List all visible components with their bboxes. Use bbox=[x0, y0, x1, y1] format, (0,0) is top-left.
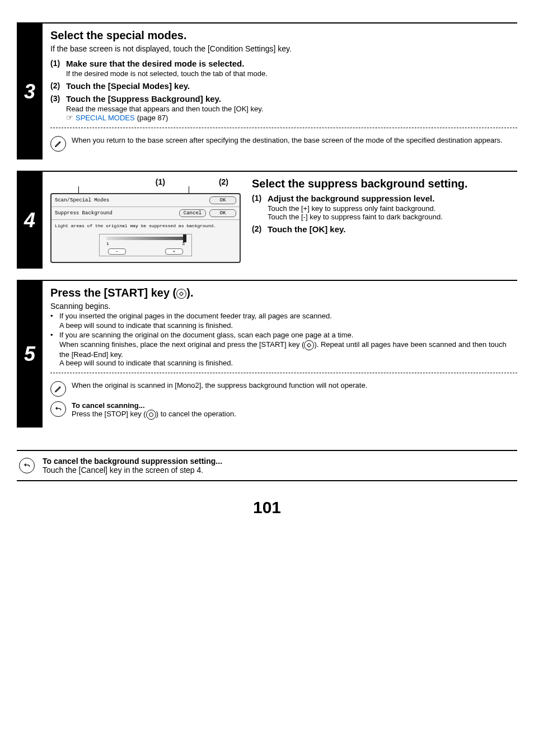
step-4-content: (1) (2) Scan/Special Modes OK Suppress B… bbox=[43, 172, 517, 269]
xref-page: (page 87) bbox=[137, 114, 168, 122]
slider-track[interactable] bbox=[106, 237, 185, 240]
bullet-dot: • bbox=[50, 312, 56, 320]
cancel-body-pre: Press the [STOP] key ( bbox=[72, 410, 146, 418]
panel-ok-1[interactable]: OK bbox=[209, 196, 236, 204]
return-icon bbox=[19, 458, 35, 473]
slider-box: 1 3 − + bbox=[99, 234, 192, 256]
step-5: 5 Press the [START] key (). Scanning beg… bbox=[17, 280, 517, 428]
bullet-1: • If you inserted the original pages in … bbox=[50, 312, 517, 320]
marker-1: (1) bbox=[156, 177, 165, 186]
note-icon bbox=[50, 136, 66, 152]
panel-message: Light areas of the original may be suppr… bbox=[55, 223, 236, 228]
page-number: 101 bbox=[17, 498, 517, 517]
footer-text: To cancel the background suppression set… bbox=[43, 457, 222, 475]
footer-note: To cancel the background suppression set… bbox=[17, 450, 517, 481]
cancel-body: Press the [STOP] key () to cancel the op… bbox=[72, 410, 517, 420]
footer-body: Touch the [Cancel] key in the screen of … bbox=[43, 466, 222, 475]
pointer-icon bbox=[66, 113, 73, 122]
panel-markers: (1) (2) bbox=[50, 177, 241, 186]
panel-body: Light areas of the original may be suppr… bbox=[51, 220, 240, 262]
minus-button[interactable]: − bbox=[108, 248, 126, 255]
callout-line-1 bbox=[78, 186, 79, 193]
scale-lo: 1 bbox=[106, 241, 109, 246]
step3-item3-body: Read the message that appears and then t… bbox=[66, 105, 517, 113]
step-3-intro: If the base screen is not displayed, tou… bbox=[50, 44, 517, 53]
step4-item2: (2) Touch the [OK] key. bbox=[252, 224, 517, 234]
step5-note: When the original is scanned in [Mono2],… bbox=[50, 379, 517, 399]
plus-minus-row: − + bbox=[108, 248, 183, 255]
step3-xref: SPECIAL MODES (page 87) bbox=[66, 113, 517, 122]
step-number-5: 5 bbox=[17, 281, 43, 428]
start-key-icon bbox=[304, 340, 314, 350]
step4-right: Select the suppress background setting. … bbox=[252, 177, 517, 263]
step-5-content: Press the [START] key (). Scanning begin… bbox=[43, 281, 517, 428]
panel-title-1: Scan/Special Modes bbox=[55, 198, 206, 203]
step4-item1-body2: Touch the [-] key to suppress faint to d… bbox=[268, 213, 517, 221]
separator bbox=[50, 128, 517, 128]
step3-item3: (3) Touch the [Suppress Background] key. bbox=[50, 94, 517, 104]
panel-title-2: Suppress Background bbox=[55, 210, 176, 216]
step3-item3-num: (3) bbox=[50, 94, 66, 104]
step4-item1: (1) Adjust the background suppression le… bbox=[252, 194, 517, 203]
stop-key-icon bbox=[146, 410, 156, 420]
panel-column: (1) (2) Scan/Special Modes OK Suppress B… bbox=[50, 177, 241, 263]
marker-2: (2) bbox=[219, 177, 228, 186]
cancel-body-post: ) to cancel the operation. bbox=[156, 410, 236, 418]
step4-item1-title: Adjust the background suppression level. bbox=[268, 194, 434, 203]
step5-heading-pre: Press the [START] key ( bbox=[50, 287, 176, 299]
step5-note-text: When the original is scanned in [Mono2],… bbox=[72, 381, 517, 389]
step3-item2-num: (2) bbox=[50, 81, 66, 91]
step-3-content: Select the special modes. If the base sc… bbox=[43, 24, 517, 159]
bullet-2b-pre: When scanning finishes, place the next o… bbox=[59, 340, 304, 349]
step4-item1-body1: Touch the [+] key to suppress only faint… bbox=[268, 204, 517, 213]
bullet-2c: A beep will sound to indicate that scann… bbox=[59, 359, 517, 367]
step-5-heading: Press the [START] key (). bbox=[50, 287, 517, 299]
slider-scale: 1 3 bbox=[106, 241, 185, 246]
step3-item2-title: Touch the [Special Modes] key. bbox=[66, 81, 190, 91]
panel-cancel[interactable]: Cancel bbox=[179, 209, 206, 217]
return-icon bbox=[50, 401, 66, 417]
step-number-3: 3 bbox=[17, 24, 43, 159]
callout-line-2 bbox=[189, 186, 189, 193]
step-3-heading: Select the special modes. bbox=[50, 29, 517, 42]
note-icon bbox=[50, 381, 66, 397]
bullet-2b: When scanning finishes, place the next o… bbox=[59, 340, 517, 359]
plus-button[interactable]: + bbox=[165, 248, 183, 255]
cancel-text: To cancel scanning... Press the [STOP] k… bbox=[72, 401, 517, 420]
slider-thumb[interactable] bbox=[183, 234, 186, 242]
panel-row-1: Scan/Special Modes OK bbox=[51, 194, 240, 207]
start-key-icon bbox=[176, 289, 186, 299]
footer-title: To cancel the background suppression set… bbox=[43, 457, 222, 466]
bullet-1b: A beep will sound to indicate that scann… bbox=[59, 321, 517, 330]
step3-note-text: When you return to the base screen after… bbox=[72, 136, 517, 144]
step3-item2: (2) Touch the [Special Modes] key. bbox=[50, 81, 517, 91]
step4-item2-title: Touch the [OK] key. bbox=[268, 224, 345, 234]
step5-cancel: To cancel scanning... Press the [STOP] k… bbox=[50, 399, 517, 422]
cancel-title: To cancel scanning... bbox=[72, 401, 517, 410]
bullet-2a: If you are scanning the original on the … bbox=[59, 331, 353, 339]
step3-item1-num: (1) bbox=[50, 59, 66, 68]
bullet-1a: If you inserted the original pages in th… bbox=[59, 312, 332, 320]
step3-item1-title: Make sure that the desired mode is selec… bbox=[66, 59, 244, 68]
bullet-dot: • bbox=[50, 331, 56, 339]
step5-intro: Scanning begins. bbox=[50, 302, 517, 311]
step-4: 4 (1) (2) Scan/Special Modes OK Suppress… bbox=[17, 171, 517, 269]
panel-row-2: Suppress Background Cancel OK bbox=[51, 207, 240, 220]
step-3: 3 Select the special modes. If the base … bbox=[17, 22, 517, 159]
step3-item1-body: If the desired mode is not selected, tou… bbox=[66, 69, 517, 78]
step-4-heading: Select the suppress background setting. bbox=[252, 177, 517, 190]
step5-heading-post: ). bbox=[186, 287, 193, 299]
step4-item1-num: (1) bbox=[252, 194, 268, 203]
panel-ok-2[interactable]: OK bbox=[209, 209, 236, 217]
step3-note: When you return to the base screen after… bbox=[50, 134, 517, 154]
xref-link[interactable]: SPECIAL MODES bbox=[76, 114, 135, 122]
separator bbox=[50, 373, 517, 373]
step4-item2-num: (2) bbox=[252, 224, 268, 234]
step3-item1: (1) Make sure that the desired mode is s… bbox=[50, 59, 517, 68]
step3-item3-title: Touch the [Suppress Background] key. bbox=[66, 94, 221, 104]
touchscreen-panel: Scan/Special Modes OK Suppress Backgroun… bbox=[50, 193, 241, 263]
bullet-2: • If you are scanning the original on th… bbox=[50, 331, 517, 339]
step-number-4: 4 bbox=[17, 172, 43, 269]
